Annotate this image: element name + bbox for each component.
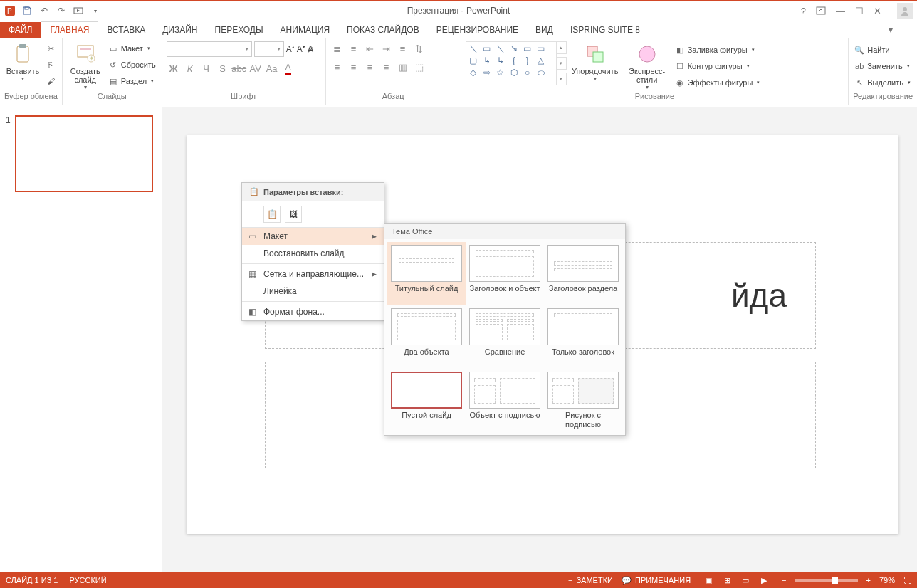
shapes-gallery[interactable]: ＼ ▭ ＼ ↘ ▭ ▭ ▢ ↳ ↳ { } △ ◇ ⇨ ☆ ⬡ ○ <box>466 41 557 85</box>
section-icon: ▤ <box>108 76 118 86</box>
shape-diamond-icon[interactable]: ◇ <box>468 68 479 78</box>
shape-fill-button[interactable]: ◧Заливка фигуры▾ <box>674 43 762 57</box>
bold-button[interactable]: Ж <box>167 61 181 75</box>
grow-font-button[interactable]: A▴ <box>286 44 295 54</box>
shape-connector-icon[interactable]: ↳ <box>481 56 493 65</box>
shape-line-icon[interactable]: ＼ <box>468 43 479 53</box>
font-color-button[interactable]: A <box>281 61 295 75</box>
quick-access-toolbar: P ↶ ↷ ▾ <box>0 5 101 16</box>
svg-rect-6 <box>17 46 28 62</box>
save-icon[interactable] <box>21 5 33 16</box>
svg-text:✦: ✦ <box>89 55 95 62</box>
tab-file[interactable]: ФАЙЛ <box>0 22 41 38</box>
shape-outline-button[interactable]: ☐Контур фигуры▾ <box>674 59 762 73</box>
align-center-button[interactable]: ≡ <box>347 60 361 74</box>
section-button[interactable]: ▤Раздел▾ <box>107 74 157 88</box>
title-bar: P ↶ ↷ ▾ Презентация - PowerPoint ? — ☐ ✕ <box>0 0 917 20</box>
group-slides: ✦ Создать слайд ▾ ▭Макет▾ ↺Сбросить ▤Раз… <box>63 38 162 105</box>
char-spacing-button[interactable]: AV <box>248 61 263 75</box>
tab-design[interactable]: ДИЗАЙН <box>154 22 206 38</box>
find-button[interactable]: 🔍Найти <box>853 43 912 57</box>
shape-line2-icon[interactable]: ＼ <box>495 43 506 53</box>
new-slide-button[interactable]: ✦ Создать слайд ▾ <box>67 41 104 92</box>
minimize-button[interactable]: — <box>836 6 845 16</box>
justify-button[interactable]: ≡ <box>379 60 394 74</box>
paste-button[interactable]: Вставить ▾ <box>4 41 41 83</box>
tab-view[interactable]: ВИД <box>527 22 562 38</box>
undo-icon[interactable]: ↶ <box>38 5 50 16</box>
strikethrough-button[interactable]: abc <box>232 61 246 75</box>
change-case-button[interactable]: Aa <box>265 61 279 75</box>
layout-button[interactable]: ▭Макет▾ <box>107 41 157 56</box>
redo-icon[interactable]: ↷ <box>56 5 67 16</box>
start-slideshow-icon[interactable] <box>73 5 84 16</box>
numbering-button[interactable]: ≡ <box>347 41 361 56</box>
paste-icon <box>11 43 34 65</box>
shape-brace2-icon[interactable]: } <box>522 56 533 65</box>
qat-customize-icon[interactable]: ▾ <box>90 5 101 16</box>
maximize-button[interactable]: ☐ <box>855 6 864 16</box>
font-name-combo[interactable]: ▾ <box>167 41 252 57</box>
close-button[interactable]: ✕ <box>874 6 881 16</box>
shape-circle-icon[interactable]: ○ <box>522 68 533 78</box>
underline-button[interactable]: Ч <box>199 61 214 75</box>
bullets-button[interactable]: ≣ <box>330 41 345 56</box>
help-icon[interactable]: ? <box>801 6 806 16</box>
collapse-ribbon-icon[interactable]: ▾ <box>886 22 896 38</box>
ribbon-tabs: ФАЙЛ ГЛАВНАЯ ВСТАВКА ДИЗАЙН ПЕРЕХОДЫ АНИ… <box>0 20 917 38</box>
shape-effects-button[interactable]: ◉Эффекты фигуры▾ <box>674 75 762 90</box>
tab-ispring[interactable]: ISPRING SUITE 8 <box>562 22 649 38</box>
tab-home[interactable]: ГЛАВНАЯ <box>41 21 98 38</box>
shape-rect-icon[interactable]: ▭ <box>481 43 493 53</box>
shape-rect3-icon[interactable]: ▭ <box>535 43 547 53</box>
shape-rect2-icon[interactable]: ▭ <box>522 43 533 53</box>
cut-button[interactable]: ✂ <box>44 41 57 56</box>
copy-button[interactable]: ⎘ <box>44 58 57 72</box>
shape-roundrect-icon[interactable]: ▢ <box>468 56 479 65</box>
shapes-up-icon[interactable]: ▴ <box>557 41 567 54</box>
text-direction-button[interactable]: ⇅ <box>412 41 426 56</box>
shape-brace-icon[interactable]: { <box>508 56 520 65</box>
quick-styles-button[interactable]: Экспресс-стили ▾ <box>624 41 671 92</box>
increase-indent-button[interactable]: ⇥ <box>379 41 394 56</box>
ribbon-options-icon[interactable] <box>816 6 826 15</box>
shape-connector2-icon[interactable]: ↳ <box>495 56 506 65</box>
group-editing: 🔍Найти abЗаменить▾ ↖Выделить▾ Редактиров… <box>849 38 917 105</box>
tab-transitions[interactable]: ПЕРЕХОДЫ <box>206 22 272 38</box>
replace-button[interactable]: abЗаменить▾ <box>853 59 912 73</box>
shadow-button[interactable]: S <box>216 61 230 75</box>
tab-review[interactable]: РЕЦЕНЗИРОВАНИЕ <box>428 22 527 38</box>
decrease-indent-button[interactable]: ⇤ <box>363 41 377 56</box>
arrange-button[interactable]: Упорядочить ▾ <box>570 41 621 83</box>
columns-button[interactable]: ▥ <box>396 60 410 74</box>
tab-animations[interactable]: АНИМАЦИЯ <box>272 22 338 38</box>
shape-arrow-icon[interactable]: ↘ <box>508 43 520 53</box>
reset-button[interactable]: ↺Сбросить <box>107 58 157 72</box>
shrink-font-button[interactable]: A▾ <box>297 44 305 54</box>
tab-slideshow[interactable]: ПОКАЗ СЛАЙДОВ <box>338 22 428 38</box>
align-right-button[interactable]: ≡ <box>363 60 377 74</box>
user-avatar[interactable] <box>897 3 913 19</box>
clear-formatting-button[interactable]: A̷ <box>308 44 313 54</box>
svg-rect-7 <box>19 44 26 48</box>
font-size-combo[interactable]: ▾ <box>254 41 284 57</box>
shape-arrow2-icon[interactable]: ⇨ <box>481 68 493 78</box>
tab-insert[interactable]: ВСТАВКА <box>98 22 154 38</box>
shape-hex-icon[interactable]: ⬡ <box>508 68 520 78</box>
italic-button[interactable]: К <box>183 61 197 75</box>
shapes-down-icon[interactable]: ▾ <box>557 57 567 70</box>
outline-icon: ☐ <box>675 61 685 71</box>
shape-star-icon[interactable]: ☆ <box>495 68 506 78</box>
align-left-button[interactable]: ≡ <box>330 60 345 74</box>
window-controls: ? — ☐ ✕ <box>801 3 913 19</box>
select-button[interactable]: ↖Выделить▾ <box>853 75 912 90</box>
shapes-more-icon[interactable]: ▾ <box>557 73 567 85</box>
smartart-button[interactable]: ⬚ <box>412 60 426 74</box>
line-spacing-button[interactable]: ≡ <box>396 41 410 56</box>
replace-icon: ab <box>854 61 864 71</box>
format-painter-button[interactable]: 🖌 <box>44 74 57 88</box>
shape-triangle-icon[interactable]: △ <box>535 56 547 65</box>
shape-callout-icon[interactable]: ⬭ <box>535 68 547 78</box>
layout-icon: ▭ <box>108 43 118 53</box>
svg-text:P: P <box>7 7 12 15</box>
